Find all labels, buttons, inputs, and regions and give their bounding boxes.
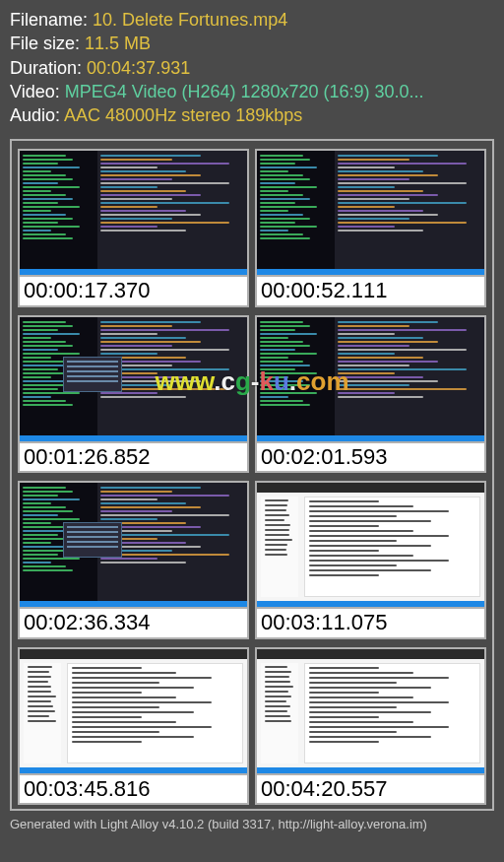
duration-label: Duration: bbox=[10, 58, 82, 78]
audio-value: AAC 48000Hz stereo 189kbps bbox=[64, 105, 302, 125]
footer-text: Generated with Light Alloy v4.10.2 (buil… bbox=[10, 817, 494, 831]
thumbnail-image bbox=[255, 481, 486, 609]
thumbnail-timestamp: 00:00:17.370 bbox=[18, 277, 249, 306]
thumbnail-timestamp: 00:00:52.111 bbox=[255, 277, 486, 306]
filename-label: Filename: bbox=[10, 10, 88, 30]
thumbnail-cell[interactable]: 00:03:11.075 bbox=[255, 481, 486, 638]
thumbnail-cell[interactable]: 00:02:36.334 bbox=[18, 481, 249, 638]
duration-value: 00:04:37.931 bbox=[87, 58, 190, 78]
thumbnail-image bbox=[255, 149, 486, 277]
thumbnail-timestamp: 00:01:26.852 bbox=[18, 443, 249, 473]
thumbnail-cell[interactable]: 00:04:20.557 bbox=[255, 647, 486, 805]
thumbnail-image bbox=[255, 647, 486, 775]
video-label: Video: bbox=[10, 82, 60, 101]
thumbnail-timestamp: 00:04:20.557 bbox=[255, 775, 486, 805]
thumbnail-timestamp: 00:02:01.593 bbox=[255, 443, 486, 473]
thumbnail-image bbox=[18, 647, 249, 775]
thumbnail-timestamp: 00:02:36.334 bbox=[18, 609, 249, 638]
audio-label: Audio: bbox=[10, 105, 60, 125]
thumbnail-grid: 00:00:17.37000:00:52.11100:01:26.85200:0… bbox=[18, 149, 486, 805]
filename-value: 10. Delete Fortunes.mp4 bbox=[93, 10, 287, 30]
thumbnail-timestamp: 00:03:45.816 bbox=[18, 775, 249, 805]
thumbnail-image bbox=[18, 315, 249, 443]
filename-row: Filename: 10. Delete Fortunes.mp4 bbox=[10, 8, 494, 32]
filesize-value: 11.5 MB bbox=[85, 33, 151, 53]
metadata-block: Filename: 10. Delete Fortunes.mp4 File s… bbox=[10, 8, 494, 127]
thumbnail-image bbox=[255, 315, 486, 443]
thumbnail-grid-frame: 00:00:17.37000:00:52.11100:01:26.85200:0… bbox=[10, 139, 494, 811]
thumbnail-cell[interactable]: 00:03:45.816 bbox=[18, 647, 249, 805]
thumbnail-image bbox=[18, 481, 249, 609]
audio-row: Audio: AAC 48000Hz stereo 189kbps bbox=[10, 103, 494, 127]
filesize-label: File size: bbox=[10, 33, 80, 53]
thumbnail-cell[interactable]: 00:00:52.111 bbox=[255, 149, 486, 306]
thumbnail-timestamp: 00:03:11.075 bbox=[255, 609, 486, 638]
thumbnail-cell[interactable]: 00:02:01.593 bbox=[255, 315, 486, 473]
thumbnail-image bbox=[18, 149, 249, 277]
thumbnail-cell[interactable]: 00:00:17.370 bbox=[18, 149, 249, 306]
video-value: MPEG4 Video (H264) 1280x720 (16:9) 30.0.… bbox=[65, 82, 424, 101]
duration-row: Duration: 00:04:37.931 bbox=[10, 56, 494, 80]
video-row: Video: MPEG4 Video (H264) 1280x720 (16:9… bbox=[10, 80, 494, 103]
filesize-row: File size: 11.5 MB bbox=[10, 32, 494, 55]
thumbnail-cell[interactable]: 00:01:26.852 bbox=[18, 315, 249, 473]
